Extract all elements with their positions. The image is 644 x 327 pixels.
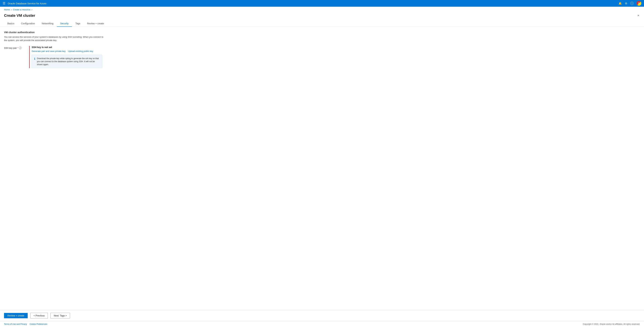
app-title: Oracle Database Service for Azure xyxy=(8,2,618,5)
breadcrumb-sep-2: > xyxy=(31,9,32,11)
copyright-text: Copyright © 2022, Oracle and/or its affi… xyxy=(583,323,640,325)
tab-security[interactable]: Security xyxy=(57,21,72,27)
breadcrumb-home[interactable]: Home xyxy=(4,8,10,11)
ssh-links: Generate pair and save private key Uploa… xyxy=(32,50,640,52)
notification-icon[interactable]: 🔔 xyxy=(618,2,622,5)
ssh-value-area: SSH key is not set Generate pair and sav… xyxy=(29,46,640,68)
tab-review-create[interactable]: Review + create xyxy=(84,21,107,27)
generate-pair-link[interactable]: Generate pair and save private key xyxy=(32,50,66,52)
section-title: VM cluster authentication xyxy=(4,31,640,34)
ssh-not-set-text: SSH key is not set xyxy=(32,46,640,48)
footer-bar: Review + create < Previous Next: Tags > xyxy=(0,310,644,321)
close-button[interactable]: × xyxy=(636,13,640,18)
tab-configuration[interactable]: Configuration xyxy=(18,21,38,27)
info-box-text: Download the private key while opting to… xyxy=(37,57,100,66)
page-header: Create VM cluster × xyxy=(0,11,644,21)
ssh-info-box: ℹ Download the private key while opting … xyxy=(32,55,102,68)
info-box-icon: ℹ xyxy=(34,57,35,60)
terms-link[interactable]: Terms of Use and Privacy xyxy=(4,323,27,325)
section-description: You can access the services of your syst… xyxy=(4,35,105,42)
tabs-container: Basics Configuration Networking Security… xyxy=(0,21,644,27)
previous-button[interactable]: < Previous xyxy=(30,313,48,319)
bottom-bar: Terms of Use and Privacy Cookie Preferen… xyxy=(0,321,644,327)
breadcrumb: Home > Create a resource > xyxy=(0,7,644,11)
topbar: ☰ Oracle Database Service for Azure 🔔 ⚙ … xyxy=(0,0,644,7)
breadcrumb-create-resource[interactable]: Create a resource xyxy=(13,8,30,11)
upload-public-key-link[interactable]: Upload existing public key xyxy=(68,50,93,52)
review-create-button[interactable]: Review + create xyxy=(4,313,28,318)
ssh-keypair-label: SSH key pair * i xyxy=(4,46,26,49)
settings-icon[interactable]: ⚙ xyxy=(625,2,627,5)
ssh-keypair-row: SSH key pair * i SSH key is not set Gene… xyxy=(4,46,640,68)
cookie-preferences-link[interactable]: Cookie Preferences xyxy=(30,323,47,325)
avatar[interactable]: D xyxy=(636,1,641,6)
ssh-keypair-info-icon[interactable]: i xyxy=(19,46,22,49)
page-title: Create VM cluster xyxy=(4,13,35,18)
required-indicator: * xyxy=(18,47,18,49)
tab-networking[interactable]: Networking xyxy=(38,21,57,27)
menu-icon[interactable]: ☰ xyxy=(3,1,5,5)
bottom-links: Terms of Use and Privacy Cookie Preferen… xyxy=(4,323,47,325)
help-icon[interactable]: ? xyxy=(630,2,634,5)
tab-tags[interactable]: Tags xyxy=(72,21,84,27)
main-content: VM cluster authentication You can access… xyxy=(0,27,644,310)
next-button[interactable]: Next: Tags > xyxy=(50,313,70,319)
tab-basics[interactable]: Basics xyxy=(4,21,18,27)
breadcrumb-sep-1: > xyxy=(11,9,12,11)
